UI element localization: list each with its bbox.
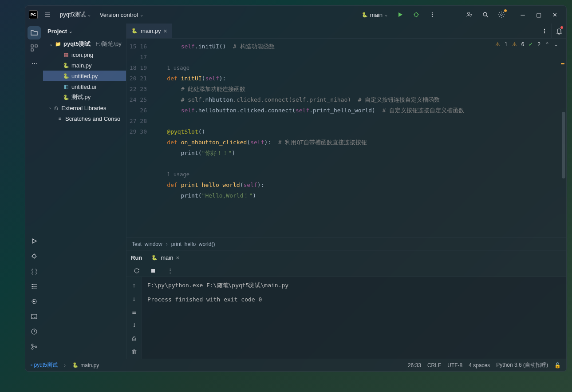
tree-scratches[interactable]: ≡Scratches and Conso <box>43 113 126 124</box>
search-button[interactable] <box>479 8 492 21</box>
project-tool-button[interactable] <box>28 26 41 40</box>
more-actions-button[interactable] <box>426 8 438 21</box>
run-side-toolbar: ↑ ↓ ≣ ⤓ ⎙ 🗑 <box>126 277 142 359</box>
down-button[interactable]: ↓ <box>129 293 139 304</box>
project-panel-header[interactable]: Project⌄ <box>43 24 126 39</box>
breadcrumb-class[interactable]: Test_window <box>132 241 162 247</box>
soft-wrap-button[interactable]: ≣ <box>129 306 139 317</box>
sb-file[interactable]: main.py <box>72 362 99 369</box>
up-button[interactable]: ↑ <box>129 280 139 290</box>
clear-button[interactable]: 🗑 <box>129 346 139 357</box>
chevron-down-icon[interactable]: ⌄ <box>554 41 558 48</box>
rerun-button[interactable] <box>131 265 142 276</box>
run-tab-main[interactable]: main× <box>148 253 182 262</box>
main-menu-button[interactable] <box>41 8 54 21</box>
inspections-widget[interactable]: ⚠1 ⚠6 ✓2 ⌃ ⌄ <box>495 41 558 48</box>
chevron-down-icon: ⌄ <box>87 12 91 17</box>
sb-line-ending[interactable]: CRLF <box>427 362 441 368</box>
file-name: icon.png <box>71 51 93 58</box>
minimize-button[interactable]: ─ <box>515 8 531 21</box>
svg-point-18 <box>32 348 33 349</box>
editor-tab-main[interactable]: main.py× <box>126 24 172 38</box>
warning-icon: ⚠ <box>512 41 517 48</box>
sb-project[interactable]: ▫ pyqt5测试 <box>31 361 58 369</box>
root-name: pyqt5测试 <box>63 40 91 48</box>
svg-point-22 <box>544 32 545 33</box>
run-tab-close[interactable]: × <box>176 254 179 261</box>
editor-area: main.py× 15 16 17 18 19 20 21 22 23 24 2… <box>126 24 566 359</box>
version-control-dropdown[interactable]: Version control⌄ <box>97 10 146 20</box>
python-console-button[interactable] <box>28 265 41 278</box>
vcs-tool-button[interactable] <box>28 340 41 353</box>
scroll-to-end-button[interactable]: ⤓ <box>129 320 139 330</box>
editor-scrollbar[interactable] <box>562 112 565 178</box>
svg-point-21 <box>544 30 545 31</box>
sb-interpreter[interactable]: Python 3.6 (自动招呼) <box>496 361 548 369</box>
file-name: main.py <box>71 62 92 69</box>
svg-point-2 <box>432 14 433 15</box>
debug-tool-button[interactable] <box>28 249 41 263</box>
print-button[interactable]: ⎙ <box>129 333 139 344</box>
stop-button[interactable] <box>148 265 158 276</box>
project-tree-panel: Project⌄ ⌄pyqt5测试 F:\随笔\py ▦icon.pngmain… <box>43 24 126 359</box>
tree-root[interactable]: ⌄pyqt5测试 F:\随笔\py <box>43 39 126 49</box>
ide-window: PC pyqt5测试⌄ Version control⌄ main⌄ ─ ▢ ✕… <box>25 5 567 372</box>
structure-tool-button[interactable] <box>28 41 41 55</box>
tabs-more-button[interactable] <box>538 24 551 38</box>
console-output[interactable]: E:\py\python.exe F:\随笔\pyqt5测试\main.py P… <box>142 277 566 359</box>
external-label: External Libraries <box>61 105 106 111</box>
editor-tabs: main.py× <box>126 24 566 39</box>
services-tool-button[interactable] <box>28 280 41 293</box>
folder-icon <box>55 40 62 48</box>
run-toolbar: ⋮ <box>126 265 566 277</box>
tree-file[interactable]: main.py <box>43 60 126 71</box>
chevron-up-icon[interactable]: ⌃ <box>545 41 549 48</box>
tab-close-button[interactable]: × <box>164 28 167 35</box>
root-path: F:\随笔\py <box>95 40 122 48</box>
close-button[interactable]: ✕ <box>547 8 563 21</box>
debug-button[interactable] <box>410 8 422 21</box>
run-panel-header: Run main× <box>126 250 566 265</box>
breadcrumb-bar: Test_window › print_hello_world() <box>126 238 566 250</box>
tree-external-libraries[interactable]: ›⎙External Libraries <box>43 103 126 113</box>
scratches-label: Scratches and Conso <box>65 115 120 122</box>
svg-rect-15 <box>32 314 37 319</box>
terminal-tool-button[interactable] <box>28 310 41 323</box>
code-with-me-button[interactable] <box>463 8 476 21</box>
svg-rect-23 <box>151 269 155 273</box>
svg-rect-7 <box>31 45 33 47</box>
svg-point-1 <box>432 12 433 13</box>
breadcrumb-function[interactable]: print_hello_world() <box>171 241 215 247</box>
tree-file[interactable]: ▦icon.png <box>43 49 126 60</box>
chevron-down-icon: ⌄ <box>384 12 388 17</box>
project-header-label: Project <box>47 28 67 35</box>
settings-button[interactable] <box>495 8 508 21</box>
tree-file[interactable]: untitled.py <box>43 71 126 81</box>
notifications-button[interactable] <box>551 24 566 38</box>
maximize-button[interactable]: ▢ <box>531 8 547 21</box>
sb-encoding[interactable]: UTF-8 <box>447 362 462 368</box>
python-icon <box>131 28 138 35</box>
tree-file[interactable]: ◧untitled.ui <box>43 81 126 92</box>
sb-indent[interactable]: 4 spaces <box>469 362 490 368</box>
run-more-button[interactable]: ⋮ <box>165 265 175 276</box>
sb-lock-icon[interactable]: 🔓 <box>554 362 561 368</box>
python-packages-button[interactable] <box>28 295 41 308</box>
tab-label: main.py <box>141 28 161 34</box>
problems-tool-button[interactable] <box>28 325 41 338</box>
scratch-icon: ≡ <box>56 115 63 122</box>
run-tab-label: main <box>161 254 173 261</box>
statusbar: ▫ pyqt5测试 › main.py 26:33 CRLF UTF-8 4 s… <box>25 359 566 371</box>
run-tool-button[interactable] <box>28 234 41 248</box>
tree-file[interactable]: 测试.py <box>43 92 126 103</box>
project-dropdown[interactable]: pyqt5测试⌄ <box>57 9 94 20</box>
warning1-count: 1 <box>505 41 508 48</box>
run-button[interactable] <box>394 8 406 21</box>
run-config-dropdown[interactable]: main⌄ <box>359 9 391 20</box>
file-name: untitled.ui <box>71 83 96 90</box>
sb-position[interactable]: 26:33 <box>408 362 421 368</box>
code-editor[interactable]: 15 16 17 18 19 20 21 22 23 24 25 26 27 2… <box>126 39 566 238</box>
run-label: Run <box>131 254 142 261</box>
more-tools-button[interactable]: ⋯ <box>28 56 41 70</box>
code-content[interactable]: self.initUI() # 构造功能函数 1 usage def initU… <box>153 39 566 238</box>
